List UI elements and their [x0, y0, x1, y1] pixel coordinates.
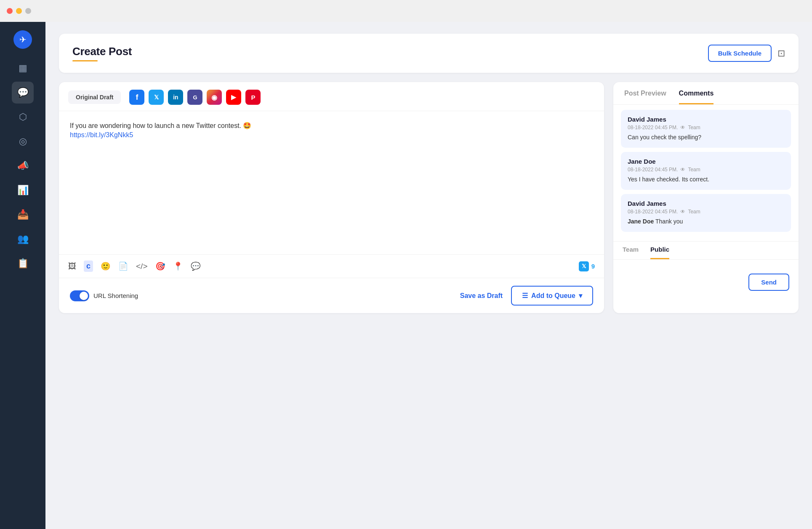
comment-item: Jane Doe 08-18-2022 04:45 PM. 👁 Team Yes…: [621, 152, 791, 190]
post-text: If you are wondering how to launch a new…: [70, 120, 593, 131]
media-icon[interactable]: 🖼: [68, 262, 76, 271]
tab-public[interactable]: Public: [650, 246, 669, 259]
chevron-down-icon: ▾: [579, 292, 582, 300]
titlebar: [0, 0, 812, 22]
comment-meta: 08-18-2022 04:45 PM. 👁 Team: [628, 209, 784, 215]
close-button[interactable]: [7, 8, 13, 14]
logo[interactable]: ✈: [13, 30, 32, 49]
share-icon[interactable]: ⊡: [777, 48, 785, 59]
content-icon[interactable]: c: [84, 261, 93, 272]
comment-author: David James: [628, 200, 784, 207]
queue-icon: ☰: [522, 292, 528, 300]
url-shortening-label: URL Shortening: [93, 292, 138, 299]
tab-team[interactable]: Team: [623, 246, 639, 259]
header-actions: Bulk Schedule ⊡: [708, 45, 785, 62]
tab-comments[interactable]: Comments: [679, 90, 714, 104]
sidebar-item-inbox[interactable]: 📥: [12, 204, 34, 226]
twitter-icon[interactable]: 𝕏: [149, 90, 164, 105]
eye-icon: 👁: [680, 209, 685, 215]
instagram-icon[interactable]: ◉: [207, 90, 222, 105]
compose-icon: 💬: [17, 87, 29, 98]
comment-meta: 08-18-2022 04:45 PM. 👁 Team: [628, 125, 784, 130]
original-draft-tab[interactable]: Original Draft: [68, 90, 121, 104]
sidebar-item-reports[interactable]: 📋: [12, 253, 34, 274]
comments-list: David James 08-18-2022 04:45 PM. 👁 Team …: [613, 105, 799, 241]
eye-icon: 👁: [680, 167, 685, 173]
reports-icon: 📋: [17, 258, 29, 269]
sidebar: ✈ ▦ 💬 ⬡ ◎ 📣 📊 📥 👥 📋: [0, 22, 45, 529]
sidebar-item-analytics[interactable]: 📊: [12, 179, 34, 201]
comment-tabs: Team Public: [613, 241, 799, 260]
save-draft-button[interactable]: Save as Draft: [460, 292, 503, 300]
fullscreen-button[interactable]: [25, 8, 31, 14]
minimize-button[interactable]: [16, 8, 22, 14]
sidebar-item-campaigns[interactable]: 📣: [12, 155, 34, 177]
team-icon: 👥: [17, 234, 29, 245]
toggle-knob: [80, 292, 88, 300]
right-panel: Post Preview Comments David James 08-18-…: [613, 82, 799, 313]
editor-toolbar: 🖼 c 🙂 📄 </> 🎯 📍 💬 𝕏 9: [59, 254, 604, 278]
eye-icon: 👁: [680, 125, 685, 130]
network-icon: ⬡: [19, 112, 27, 122]
chat-icon[interactable]: 💬: [191, 261, 201, 271]
main-content: Create Post Bulk Schedule ⊡ Original Dra…: [45, 22, 812, 529]
twitter-count: 𝕏 9: [579, 261, 595, 271]
title-underline: [72, 60, 98, 61]
youtube-icon[interactable]: ▶: [226, 90, 241, 105]
location-icon[interactable]: 📍: [173, 261, 183, 271]
target-icon[interactable]: 🎯: [155, 261, 165, 271]
emoji-icon[interactable]: 🙂: [101, 261, 111, 271]
toggle-container: URL Shortening: [70, 290, 138, 301]
content-columns: Original Draft f 𝕏 in G ◉ ▶ P If you are…: [59, 82, 799, 313]
header-card: Create Post Bulk Schedule ⊡: [59, 34, 799, 73]
social-icons-row: f 𝕏 in G ◉ ▶ P: [129, 90, 261, 105]
comment-item: David James 08-18-2022 04:45 PM. 👁 Team …: [621, 194, 791, 232]
sidebar-item-network[interactable]: ⬡: [12, 106, 34, 128]
campaigns-icon: 📣: [17, 160, 29, 171]
facebook-icon[interactable]: f: [129, 90, 144, 105]
code-icon[interactable]: </>: [136, 262, 147, 271]
send-button[interactable]: Send: [748, 274, 789, 291]
app-container: ✈ ▦ 💬 ⬡ ◎ 📣 📊 📥 👥 📋: [0, 22, 812, 529]
comment-author: David James: [628, 116, 784, 123]
sidebar-item-dashboard[interactable]: ▦: [12, 57, 34, 79]
comment-text: Yes I have checked. Its correct.: [628, 175, 784, 184]
tab-post-preview[interactable]: Post Preview: [624, 90, 666, 104]
post-editor: Original Draft f 𝕏 in G ◉ ▶ P If you are…: [59, 82, 604, 313]
page-title-container: Create Post: [72, 45, 132, 61]
post-link[interactable]: https://bit.ly/3KgNkk5: [70, 131, 133, 138]
sidebar-item-compose[interactable]: 💬: [12, 82, 34, 104]
comment-item: David James 08-18-2022 04:45 PM. 👁 Team …: [621, 110, 791, 148]
page-title: Create Post: [72, 45, 132, 58]
sidebar-item-team[interactable]: 👥: [12, 228, 34, 250]
bulk-schedule-button[interactable]: Bulk Schedule: [708, 45, 772, 62]
comment-text: Can you check the spelling?: [628, 133, 784, 142]
inbox-icon: 📥: [17, 209, 29, 220]
url-shortening-toggle[interactable]: [70, 290, 89, 301]
editor-body[interactable]: If you are wondering how to launch a new…: [59, 111, 604, 254]
dashboard-icon: ▦: [19, 63, 27, 74]
comment-input-area: Send: [613, 260, 799, 298]
comment-text: Jane Doe Thank you: [628, 217, 784, 226]
panel-tabs: Post Preview Comments: [613, 82, 799, 105]
sidebar-item-support[interactable]: ◎: [12, 130, 34, 152]
editor-footer: URL Shortening Save as Draft ☰ Add to Qu…: [59, 278, 604, 313]
gif-icon[interactable]: 📄: [118, 261, 128, 271]
traffic-lights: [7, 8, 31, 14]
support-icon: ◎: [19, 136, 27, 147]
linkedin-icon[interactable]: in: [168, 90, 183, 105]
comment-author: Jane Doe: [628, 158, 784, 165]
google-icon[interactable]: G: [187, 90, 202, 105]
comment-meta: 08-18-2022 04:45 PM. 👁 Team: [628, 167, 784, 173]
add-to-queue-button[interactable]: ☰ Add to Queue ▾: [511, 286, 593, 306]
editor-tabs: Original Draft f 𝕏 in G ◉ ▶ P: [59, 82, 604, 111]
analytics-icon: 📊: [17, 185, 29, 196]
pinterest-icon[interactable]: P: [245, 90, 261, 105]
twitter-count-icon: 𝕏: [579, 261, 589, 271]
mention: Jane Doe: [628, 218, 654, 225]
